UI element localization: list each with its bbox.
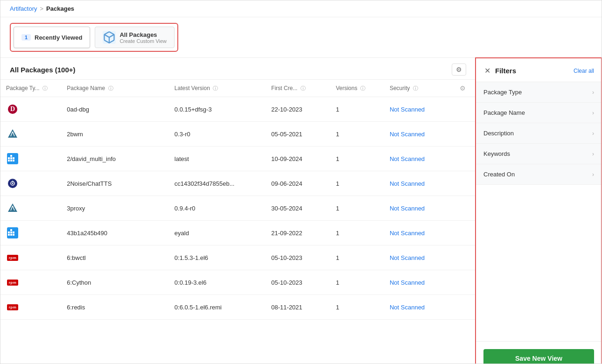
filter-toggle-button[interactable]: ⚙: [452, 63, 466, 76]
cell-security-5: Not Scanned: [384, 221, 454, 245]
svg-rect-6: [10, 160, 12, 161]
filter-item-keywords[interactable]: Keywords ›: [476, 144, 602, 164]
filter-item-chevron-0: ›: [592, 89, 594, 96]
col-header-version: Latest Version ⓘ: [169, 80, 266, 97]
svg-marker-16: [8, 203, 17, 212]
table-area: All Packages (100+) ⚙ Package Ty... ⓘ Pa…: [0, 58, 476, 364]
cell-settings-1: [454, 122, 476, 147]
cell-created-5: 21-09-2022: [266, 221, 330, 245]
cell-name-0: 0ad-dbg: [61, 97, 169, 122]
cell-name-2: 2/david_multi_info: [61, 147, 169, 171]
cell-type-5: [0, 221, 61, 245]
svg-rect-24: [10, 229, 12, 231]
cell-type-6: rpm: [0, 245, 61, 270]
cell-versions-0: 1: [330, 97, 384, 122]
table-row[interactable]: D 0ad-dbg 0.0.15+dfsg-3 22-10-2023 1 Not…: [0, 97, 476, 122]
cell-created-1: 05-05-2021: [266, 122, 330, 147]
recently-viewed-label: Recently Viewed: [35, 34, 82, 41]
col-help-type: ⓘ: [42, 85, 48, 91]
svg-rect-7: [13, 160, 14, 161]
save-new-view-button[interactable]: Save New View: [483, 349, 594, 364]
cell-settings-8: [454, 295, 476, 320]
filter-item-package-type[interactable]: Package Type ›: [476, 82, 602, 103]
filter-item-description[interactable]: Description ›: [476, 123, 602, 144]
filter-close-button[interactable]: ✕: [483, 65, 491, 76]
cell-version-4: 0.9.4-r0: [169, 196, 266, 221]
col-header-versions: Versions ⓘ: [330, 80, 384, 97]
cell-settings-5: [454, 221, 476, 245]
filter-item-label-0: Package Type: [483, 89, 522, 96]
table-row[interactable]: rpm 6:Cython 0:0.19-3.el6 05-10-2023 1 N…: [0, 270, 476, 295]
table-row[interactable]: 3proxy 0.9.4-r0 30-05-2024 1 Not Scanned: [0, 196, 476, 221]
tab-all-packages[interactable]: All Packages Create Custom View: [95, 27, 175, 48]
tab-recently-viewed[interactable]: 1 Recently Viewed: [14, 27, 90, 48]
table-row[interactable]: rpm 6:bwctl 0:1.5.3-1.el6 05-10-2023 1 N…: [0, 245, 476, 270]
table-row[interactable]: ⚓ 2Noise/ChatTTS cc14302f34d7855eb... 09…: [0, 171, 476, 196]
all-packages-icon: [103, 31, 116, 44]
cell-versions-4: 1: [330, 196, 384, 221]
filter-panel-title: Filters: [495, 67, 516, 75]
cell-name-5: 43b1a245b490: [61, 221, 169, 245]
svg-text:D: D: [10, 105, 15, 112]
cell-type-0: D: [0, 97, 61, 122]
all-packages-sublabel: Create Custom View: [119, 38, 167, 44]
filter-item-created-on[interactable]: Created On ›: [476, 164, 602, 185]
col-help-versions: ⓘ: [360, 85, 365, 91]
filter-item-chevron-2: ›: [592, 130, 594, 137]
breadcrumb-separator: >: [40, 5, 44, 12]
svg-point-15: [12, 183, 14, 184]
cell-security-1: Not Scanned: [384, 122, 454, 147]
col-header-type: Package Ty... ⓘ: [0, 80, 61, 97]
svg-rect-23: [13, 231, 14, 233]
package-type-icon-3: ⚓: [6, 177, 19, 190]
table-row[interactable]: 2/david_multi_info latest 10-09-2024 1 N…: [0, 147, 476, 171]
svg-rect-21: [8, 231, 10, 233]
cell-settings-2: [454, 147, 476, 171]
cell-versions-1: 1: [330, 122, 384, 147]
cell-type-7: rpm: [0, 270, 61, 295]
column-settings-icon[interactable]: ⚙: [460, 84, 466, 92]
cell-security-4: Not Scanned: [384, 196, 454, 221]
svg-rect-19: [10, 234, 12, 236]
main-area: All Packages (100+) ⚙ Package Ty... ⓘ Pa…: [0, 58, 602, 364]
cell-security-0: Not Scanned: [384, 97, 454, 122]
all-packages-label: All Packages: [119, 31, 167, 38]
breadcrumb: Artifactory > Packages: [0, 0, 602, 17]
cell-name-6: 6:bwctl: [61, 245, 169, 270]
filter-panel-header: ✕ Filters Clear all: [476, 58, 602, 82]
col-header-settings: ⚙: [454, 80, 476, 97]
cell-created-6: 05-10-2023: [266, 245, 330, 270]
package-type-icon-7: rpm: [6, 276, 19, 289]
package-type-icon-2: [6, 152, 19, 165]
svg-rect-9: [10, 157, 12, 159]
package-type-icon-0: D: [6, 103, 19, 116]
table-row[interactable]: 43b1a245b490 eyald 21-09-2022 1 Not Scan…: [0, 221, 476, 245]
cell-versions-3: 1: [330, 171, 384, 196]
cell-settings-6: [454, 245, 476, 270]
filter-item-label-2: Description: [483, 130, 514, 137]
table-row[interactable]: 2bwm 0.3-r0 05-05-2021 1 Not Scanned: [0, 122, 476, 147]
filter-clear-all-button[interactable]: Clear all: [574, 68, 594, 74]
cell-name-4: 3proxy: [61, 196, 169, 221]
breadcrumb-parent[interactable]: Artifactory: [10, 5, 37, 12]
table-row[interactable]: rpm 6:redis 0:6.0.5-1.el6.remi 08-11-202…: [0, 295, 476, 320]
svg-rect-5: [8, 160, 10, 161]
svg-rect-10: [13, 157, 14, 159]
filter-item-package-name[interactable]: Package Name ›: [476, 103, 602, 123]
cell-settings-4: [454, 196, 476, 221]
cell-created-0: 22-10-2023: [266, 97, 330, 122]
cell-name-8: 6:redis: [61, 295, 169, 320]
package-type-icon-6: rpm: [6, 251, 19, 264]
col-header-security: Security ⓘ: [384, 80, 454, 97]
cell-versions-7: 1: [330, 270, 384, 295]
cell-version-8: 0:6.0.5-1.el6.remi: [169, 295, 266, 320]
filter-item-chevron-3: ›: [592, 151, 594, 157]
svg-rect-11: [10, 155, 12, 157]
cell-settings-0: [454, 97, 476, 122]
cell-type-3: ⚓: [0, 171, 61, 196]
filter-panel-footer: Save New View: [476, 341, 602, 364]
cell-type-1: [0, 122, 61, 147]
cell-settings-3: [454, 171, 476, 196]
svg-rect-8: [8, 157, 10, 159]
cell-version-1: 0.3-r0: [169, 122, 266, 147]
